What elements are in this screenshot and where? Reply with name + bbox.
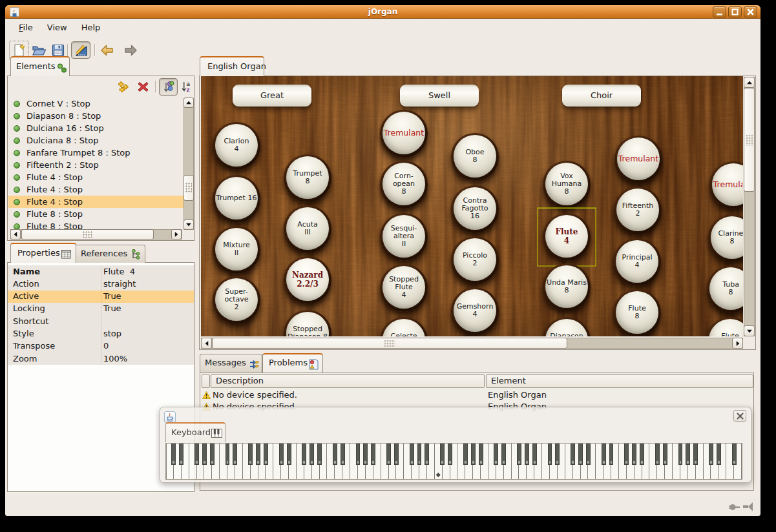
construct-toggle-button[interactable] bbox=[71, 41, 90, 59]
element-list-item[interactable]: Fanfare Trumpet 8 : Stop bbox=[8, 147, 184, 159]
piano-black-key[interactable] bbox=[194, 444, 199, 465]
property-row-name[interactable]: NameFlute 4 bbox=[8, 265, 194, 278]
piano-black-key[interactable] bbox=[341, 444, 345, 465]
stop-knob-unda-maris-8[interactable]: Unda Maris8 bbox=[543, 263, 591, 311]
piano-black-key[interactable] bbox=[371, 444, 375, 465]
stop-knob-super-octave-2[interactable]: Super-octave2 bbox=[213, 276, 260, 324]
piano-black-key[interactable] bbox=[578, 444, 583, 465]
piano-black-key[interactable] bbox=[709, 444, 713, 465]
elements-hscroll-left[interactable] bbox=[10, 229, 21, 240]
piano-black-key[interactable] bbox=[532, 444, 537, 465]
piano-black-key[interactable] bbox=[555, 444, 560, 465]
piano-black-key[interactable] bbox=[663, 444, 667, 465]
piano-black-key[interactable] bbox=[410, 444, 414, 465]
piano-black-key[interactable] bbox=[202, 444, 207, 465]
stop-knob-gemshorn-4[interactable]: Gemshorn4 bbox=[451, 287, 499, 335]
problems-header-element[interactable]: Element bbox=[486, 374, 753, 388]
sort-by-type-toggle[interactable] bbox=[159, 78, 178, 96]
piano-black-key[interactable] bbox=[471, 444, 476, 465]
piano-black-key[interactable] bbox=[717, 444, 721, 465]
element-list-item[interactable]: Fifteenth 2 : Stop bbox=[8, 159, 184, 171]
organ-vscroll-thumb[interactable] bbox=[744, 88, 755, 192]
piano-black-key[interactable] bbox=[171, 444, 176, 465]
piano-black-key[interactable] bbox=[586, 444, 591, 465]
elements-vscroll-down[interactable] bbox=[184, 220, 194, 230]
elements-vscroll-up[interactable] bbox=[184, 97, 194, 108]
piano-black-key[interactable] bbox=[317, 444, 322, 465]
piano-black-key[interactable] bbox=[693, 444, 698, 465]
back-button[interactable] bbox=[100, 43, 115, 58]
piano-black-key[interactable] bbox=[640, 444, 644, 465]
organ-vscroll-up[interactable] bbox=[744, 77, 755, 88]
piano-black-key[interactable] bbox=[302, 444, 306, 465]
piano-black-key[interactable] bbox=[632, 444, 636, 465]
tab-problems[interactable]: Problems bbox=[262, 353, 323, 373]
elements-vscroll-thumb[interactable] bbox=[184, 175, 194, 201]
element-list-item[interactable]: Dulciana 8 : Stop bbox=[8, 134, 184, 147]
keyboard-window-menu-button[interactable] bbox=[164, 411, 176, 423]
piano-black-key[interactable] bbox=[517, 444, 521, 465]
problems-header-empty[interactable] bbox=[202, 374, 210, 388]
tab-references[interactable]: References bbox=[74, 245, 145, 263]
organ-hscroll-right[interactable] bbox=[732, 338, 743, 349]
piano-black-key[interactable] bbox=[256, 444, 260, 465]
tab-properties[interactable]: Properties bbox=[10, 243, 76, 263]
element-list-item[interactable]: Flute 4 : Stop bbox=[8, 196, 184, 208]
stop-knob-acuta-iii[interactable]: AcutaIII bbox=[284, 205, 331, 253]
piano-black-key[interactable] bbox=[686, 444, 690, 465]
tab-english-organ[interactable]: English Organ bbox=[200, 56, 264, 76]
stop-knob-principal-4[interactable]: Principal4 bbox=[613, 238, 661, 286]
menu-help[interactable]: Help bbox=[74, 19, 108, 36]
stop-knob-nazard-2-2-3[interactable]: Nazard2.2/3 bbox=[284, 256, 331, 304]
delete-element-icon[interactable] bbox=[137, 81, 149, 93]
piano-black-key[interactable] bbox=[624, 444, 629, 465]
stop-knob-piccolo-2[interactable]: Piccolo2 bbox=[451, 236, 499, 284]
piano-black-key[interactable] bbox=[210, 444, 215, 465]
menu-file[interactable]: File bbox=[12, 19, 40, 36]
stop-knob-trumpet-16[interactable]: Trumpet 16 bbox=[213, 175, 260, 223]
tab-elements[interactable]: Elements bbox=[10, 56, 70, 76]
piano-black-key[interactable] bbox=[179, 444, 184, 465]
element-list-item[interactable]: Flute 8 : Stop bbox=[8, 208, 184, 220]
piano-black-key[interactable] bbox=[233, 444, 237, 465]
piano-black-key[interactable] bbox=[602, 444, 606, 465]
piano-black-key[interactable] bbox=[501, 444, 506, 465]
stop-knob-corn-opean-8[interactable]: Corn-opean8 bbox=[380, 161, 428, 209]
stop-knob-tremulant[interactable]: Tremulant bbox=[380, 110, 428, 158]
piano-black-key[interactable] bbox=[356, 444, 361, 465]
problem-row[interactable]: No device specified.English Organ bbox=[202, 390, 753, 402]
element-list-item[interactable]: Flute 4 : Stop bbox=[8, 171, 184, 183]
maximize-button[interactable] bbox=[728, 6, 742, 17]
stop-knob-fifteenth-2[interactable]: Fifteenth2 bbox=[614, 187, 662, 234]
close-button[interactable] bbox=[744, 6, 757, 17]
piano-black-key[interactable] bbox=[678, 444, 683, 465]
piano-keyboard[interactable] bbox=[165, 443, 742, 480]
elements-hscroll-thumb[interactable] bbox=[21, 229, 154, 240]
piano-black-key[interactable] bbox=[248, 444, 253, 465]
piano-black-key[interactable] bbox=[548, 444, 552, 465]
stop-knob-flute-8[interactable]: Flute8 bbox=[613, 289, 661, 336]
tab-messages[interactable]: Messages bbox=[200, 354, 262, 373]
stop-knob-sesqui-altera-ii[interactable]: Sesqui-alteraII bbox=[380, 213, 428, 261]
piano-black-key[interactable] bbox=[448, 444, 452, 465]
stop-knob-trumpet-8[interactable]: Trumpet8 bbox=[284, 154, 331, 202]
stop-knob-vox-humana-8[interactable]: VoxHumana8 bbox=[543, 161, 591, 209]
piano-black-key[interactable] bbox=[479, 444, 483, 465]
piano-black-key[interactable] bbox=[386, 444, 391, 465]
piano-black-key[interactable] bbox=[225, 444, 230, 465]
add-element-icon[interactable] bbox=[117, 81, 129, 93]
stop-knob-stopped-flute-4[interactable]: StoppedFlute4 bbox=[380, 264, 428, 312]
piano-black-key[interactable] bbox=[609, 444, 614, 465]
property-row-style[interactable]: Stylestop bbox=[8, 327, 194, 340]
piano-black-key[interactable] bbox=[279, 444, 284, 465]
property-row-locking[interactable]: LockingTrue bbox=[8, 303, 194, 315]
piano-black-key[interactable] bbox=[571, 444, 575, 465]
piano-black-key[interactable] bbox=[394, 444, 399, 465]
element-list-item[interactable]: Flute 4 : Stop bbox=[8, 183, 184, 196]
organ-hscroll-left[interactable] bbox=[201, 338, 212, 349]
element-list-item[interactable]: Diapason 8 : Stop bbox=[8, 110, 184, 122]
organ-vscroll-down[interactable] bbox=[744, 325, 755, 336]
property-row-transpose[interactable]: Transpose0 bbox=[8, 340, 194, 353]
element-list-item[interactable]: Cornet V : Stop bbox=[8, 97, 184, 110]
forward-button[interactable] bbox=[123, 43, 138, 58]
